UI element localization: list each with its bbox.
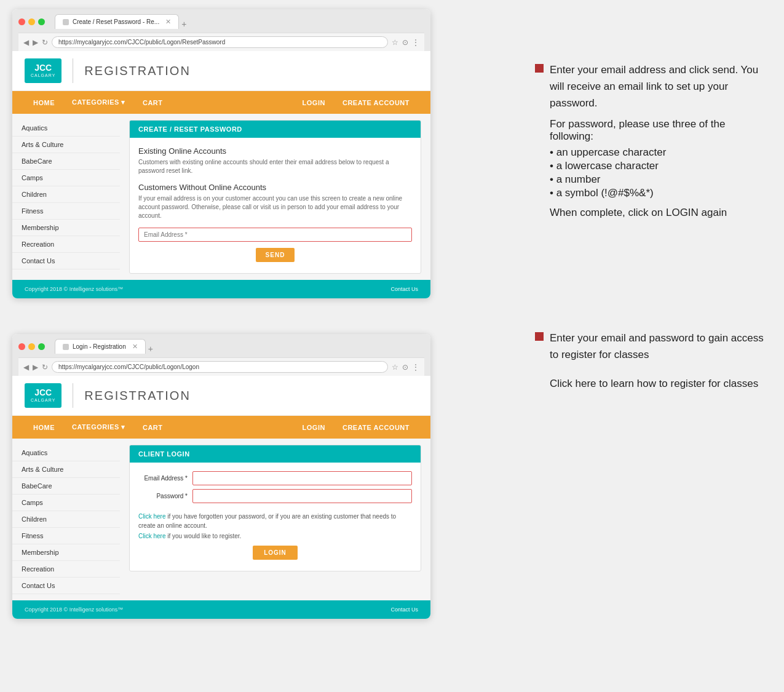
sidebar-fitness-bottom[interactable]: Fitness: [12, 528, 120, 544]
url-bar-bottom[interactable]: https://mycalgaryjcc.com/CJCC/public/Log…: [52, 361, 388, 373]
menu-icon-bottom[interactable]: ⋮: [412, 363, 419, 372]
forward-button-bottom[interactable]: ▶: [33, 363, 38, 372]
bookmark-icon[interactable]: ☆: [392, 38, 398, 47]
dot-yellow[interactable]: [28, 18, 35, 25]
refresh-button[interactable]: ↻: [42, 38, 48, 47]
sidebar-membership-top[interactable]: Membership: [12, 220, 120, 236]
nav-categories-top[interactable]: CATEGORIES ▾: [63, 91, 134, 114]
tab-close[interactable]: ✕: [165, 18, 171, 26]
sidebar-children-top[interactable]: Children: [12, 186, 120, 203]
forgot-password-link[interactable]: Click here: [138, 513, 165, 520]
nav-login-bottom[interactable]: LOGIN: [294, 416, 334, 439]
tab-favicon-bottom: [63, 344, 69, 350]
annotation-first-bullets: For password, please use three of the fo…: [550, 118, 766, 219]
dot-green-b[interactable]: [38, 343, 45, 350]
register-link[interactable]: Click here: [138, 533, 165, 539]
annotation-text-enter: Enter your email and password to gain ac…: [550, 330, 766, 363]
tab-close-bottom[interactable]: ✕: [132, 343, 138, 351]
browser-tab-active[interactable]: Create / Reset Password - Re... ✕: [55, 14, 179, 29]
sidebar-arts-top[interactable]: Arts & Culture: [12, 137, 120, 153]
nav-cart-top[interactable]: CART: [134, 92, 172, 114]
sidebar-arts-bottom[interactable]: Arts & Culture: [12, 461, 120, 478]
send-button[interactable]: SEND: [256, 248, 295, 262]
browser-top-row-bottom: Login - Registration ✕ +: [18, 339, 424, 354]
red-marker-bottom: [535, 332, 544, 341]
site-footer-bottom: Copyright 2018 © Intelligenz solutions™ …: [12, 600, 430, 619]
sidebar-aquatics-bottom[interactable]: Aquatics: [12, 445, 120, 461]
register-text: Click here if you would like to register…: [138, 533, 412, 539]
jcc-logo-bottom: JCC CALGARY: [25, 383, 61, 407]
address-bar-row: ◀ ▶ ↻ https://mycalgaryjcc.com/CJCC/publ…: [18, 33, 424, 51]
password-label-login: Password *: [138, 493, 188, 499]
sidebar-membership-bottom[interactable]: Membership: [12, 544, 120, 561]
dot-red[interactable]: [18, 18, 25, 25]
site-content-bottom: JCC CALGARY REGISTRATION HOME CATEGORIES…: [12, 376, 430, 619]
back-button[interactable]: ◀: [23, 38, 29, 47]
jcc-header-bottom: JCC CALGARY REGISTRATION: [12, 376, 430, 416]
footer-contact-top[interactable]: Contact Us: [390, 286, 418, 292]
section2-desc: If your email address is on your custome…: [138, 194, 412, 220]
email-label-login: Email Address *: [138, 475, 188, 482]
login-button[interactable]: LOGIN: [253, 546, 298, 560]
browser-tab-active-bottom[interactable]: Login - Registration ✕: [55, 339, 146, 354]
panel-body-top: Existing Online Accounts Customers with …: [130, 138, 421, 273]
email-row: Email Address *: [138, 471, 412, 485]
dot-green[interactable]: [38, 18, 45, 25]
password-row: Password *: [138, 489, 412, 503]
nav-cart-bottom[interactable]: CART: [134, 416, 172, 439]
annotation-first-marker: Enter your email address and click send.…: [535, 62, 766, 112]
browser-icons: ☆ ⊙ ⋮: [392, 38, 419, 47]
reset-password-panel: CREATE / RESET PASSWORD Existing Online …: [129, 120, 421, 274]
menu-icon[interactable]: ⋮: [412, 38, 419, 47]
sidebar-babecare-bottom[interactable]: BabeCare: [12, 478, 120, 495]
header-divider-bottom: [73, 383, 73, 408]
browser-icons-bottom: ☆ ⊙ ⋮: [392, 363, 419, 372]
new-tab-button[interactable]: +: [181, 19, 186, 29]
sidebar-bottom: Aquatics Arts & Culture BabeCare Camps C…: [12, 439, 120, 600]
nav-home-top[interactable]: HOME: [25, 92, 63, 114]
nav-create-account-top[interactable]: CREATE ACCOUNT: [334, 92, 418, 114]
dot-red-b[interactable]: [18, 343, 25, 350]
dot-yellow-b[interactable]: [28, 343, 35, 350]
nav-right-top: LOGIN CREATE ACCOUNT: [294, 92, 418, 114]
nav-create-account-bottom[interactable]: CREATE ACCOUNT: [334, 416, 418, 439]
sidebar-recreation-bottom[interactable]: Recreation: [12, 561, 120, 578]
browser-dots: [18, 18, 45, 25]
sidebar-babecare-top[interactable]: BabeCare: [12, 153, 120, 170]
bullet-number: • a number: [550, 173, 766, 186]
email-input-reset[interactable]: [138, 228, 412, 242]
site-footer-top: Copyright 2018 © Intelligenz solutions™ …: [12, 280, 430, 298]
sidebar-recreation-top[interactable]: Recreation: [12, 236, 120, 253]
browser-tabs: Create / Reset Password - Re... ✕ +: [55, 14, 186, 29]
sidebar-aquatics-top[interactable]: Aquatics: [12, 120, 120, 137]
new-tab-button-bottom[interactable]: +: [148, 344, 153, 354]
nav-login-top[interactable]: LOGIN: [294, 92, 334, 114]
sidebar-camps-top[interactable]: Camps: [12, 170, 120, 186]
back-button-bottom[interactable]: ◀: [23, 363, 29, 372]
url-bar[interactable]: https://mycalgaryjcc.com/CJCC/public/Log…: [52, 36, 388, 48]
forgot-password-text: Click here if you have forgotten your pa…: [138, 507, 412, 533]
sidebar-camps-bottom[interactable]: Camps: [12, 495, 120, 511]
bottom-browser-window: Login - Registration ✕ + ◀ ▶ ↻ https://m…: [12, 334, 430, 619]
register-desc: if you would like to register.: [167, 533, 241, 539]
sidebar-contact-top[interactable]: Contact Us: [12, 253, 120, 269]
email-input-login[interactable]: [192, 471, 412, 485]
footer-contact-bottom[interactable]: Contact Us: [390, 606, 418, 613]
bookmark-icon-bottom[interactable]: ☆: [392, 363, 398, 372]
sidebar-children-bottom[interactable]: Children: [12, 511, 120, 528]
password-input-login[interactable]: [192, 489, 412, 503]
section1-title: Existing Online Accounts: [138, 146, 412, 156]
right-annotations: Enter your email address and click send.…: [535, 12, 766, 392]
annotation-second-enter: Enter your email and password to gain ac…: [535, 330, 766, 363]
nav-bar-bottom: HOME CATEGORIES ▾ CART LOGIN CREATE ACCO…: [12, 416, 430, 439]
profile-icon[interactable]: ⊙: [402, 38, 408, 47]
sidebar-fitness-top[interactable]: Fitness: [12, 203, 120, 220]
main-layout-top: Aquatics Arts & Culture BabeCare Camps C…: [12, 114, 430, 280]
refresh-button-bottom[interactable]: ↻: [42, 363, 48, 372]
forward-button[interactable]: ▶: [33, 38, 38, 47]
profile-icon-bottom[interactable]: ⊙: [402, 363, 408, 372]
nav-categories-bottom[interactable]: CATEGORIES ▾: [63, 416, 134, 439]
sidebar-contact-bottom[interactable]: Contact Us: [12, 578, 120, 594]
nav-home-bottom[interactable]: HOME: [25, 416, 63, 439]
jcc-logo-top: JCC CALGARY: [25, 58, 61, 82]
